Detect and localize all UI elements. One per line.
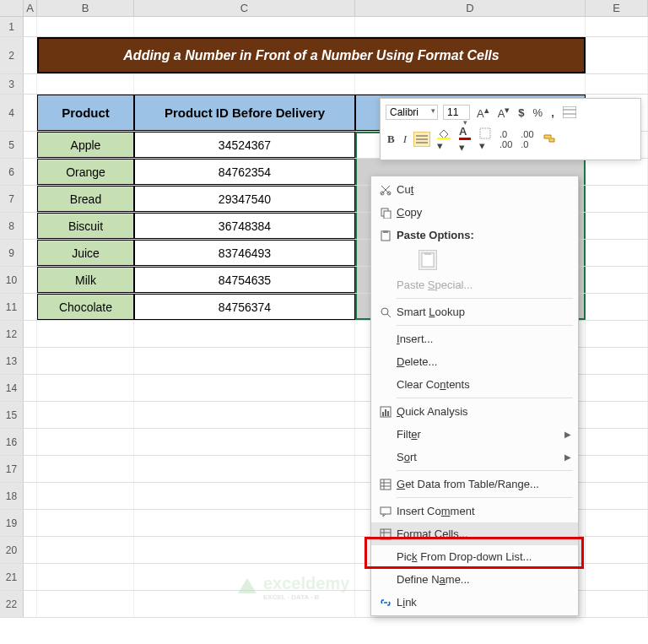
link-icon bbox=[375, 597, 397, 609]
svg-rect-15 bbox=[383, 230, 388, 233]
menu-insert-comment[interactable]: Insert Comment bbox=[371, 500, 578, 522]
decrease-font-icon[interactable]: A▾ bbox=[496, 104, 512, 121]
mini-toolbar: Calibri 11 A▴ A▾ $ % , B I ▾ A▾ ▾ .0.00 … bbox=[380, 98, 641, 160]
cell-product[interactable]: Milk bbox=[37, 267, 134, 293]
svg-point-18 bbox=[381, 308, 388, 315]
paste-option-button[interactable] bbox=[418, 250, 437, 270]
row-header[interactable]: 3 bbox=[0, 74, 24, 94]
menu-smart-lookup[interactable]: Smart Lookup bbox=[371, 300, 578, 323]
search-icon bbox=[375, 306, 397, 318]
row-header[interactable]: 14 bbox=[0, 375, 24, 401]
fill-color-icon[interactable]: ▾ bbox=[435, 127, 452, 153]
table-format-icon[interactable] bbox=[561, 106, 578, 119]
size-select[interactable]: 11 bbox=[443, 105, 470, 120]
chevron-right-icon: ▶ bbox=[564, 430, 571, 439]
row-header[interactable]: 15 bbox=[0, 402, 24, 428]
svg-rect-21 bbox=[382, 412, 384, 416]
row-header[interactable]: 19 bbox=[0, 510, 24, 536]
col-header-d[interactable]: D bbox=[355, 0, 586, 16]
decrease-decimal-icon[interactable]: .00.0 bbox=[519, 128, 535, 150]
cell-product[interactable]: Juice bbox=[37, 240, 134, 266]
menu-pick-list[interactable]: Pick From Drop-down List... bbox=[371, 545, 578, 568]
menu-cut[interactable]: Cut bbox=[371, 178, 578, 201]
cell-pid[interactable]: 84754635 bbox=[134, 267, 355, 293]
borders-icon[interactable]: ▾ bbox=[478, 127, 493, 153]
increase-font-icon[interactable]: A▴ bbox=[475, 104, 491, 121]
row-header[interactable]: 21 bbox=[0, 564, 24, 590]
paste-icon bbox=[375, 230, 397, 241]
select-all-corner[interactable] bbox=[0, 0, 24, 16]
row-header[interactable]: 2 bbox=[0, 37, 24, 73]
quick-analysis-icon bbox=[375, 406, 397, 418]
row-header[interactable]: 8 bbox=[0, 213, 24, 239]
cell-pid[interactable]: 36748384 bbox=[134, 213, 355, 239]
col-header-e[interactable]: E bbox=[586, 0, 648, 16]
row-header[interactable]: 17 bbox=[0, 456, 24, 482]
cell-product[interactable]: Chocolate bbox=[37, 294, 134, 320]
row-header[interactable]: 20 bbox=[0, 537, 24, 563]
row-header[interactable]: 16 bbox=[0, 429, 24, 455]
menu-delete[interactable]: Delete... bbox=[371, 350, 578, 373]
menu-insert[interactable]: Insert... bbox=[371, 327, 578, 350]
svg-rect-16 bbox=[422, 253, 434, 267]
col-header-c[interactable]: C bbox=[134, 0, 355, 16]
header-pid[interactable]: Product ID Before Delivery bbox=[134, 95, 355, 131]
row-header[interactable]: 22 bbox=[0, 591, 24, 617]
col-header-b[interactable]: B bbox=[37, 0, 134, 16]
menu-filter[interactable]: Filter▶ bbox=[371, 423, 578, 446]
row-header[interactable]: 10 bbox=[0, 267, 24, 293]
menu-copy[interactable]: Copy bbox=[371, 201, 578, 224]
svg-rect-22 bbox=[385, 409, 386, 416]
currency-icon[interactable]: $ bbox=[516, 106, 526, 120]
cell-product[interactable]: Biscuit bbox=[37, 213, 134, 239]
row-header[interactable]: 1 bbox=[0, 17, 24, 36]
row-header[interactable]: 5 bbox=[0, 132, 24, 158]
svg-point-11 bbox=[387, 192, 391, 195]
bold-button[interactable]: B bbox=[386, 132, 397, 147]
cell-pid[interactable]: 84756374 bbox=[134, 294, 355, 320]
format-painter-icon[interactable] bbox=[541, 133, 558, 146]
svg-rect-28 bbox=[381, 507, 391, 514]
italic-button[interactable]: I bbox=[402, 132, 408, 147]
row-header[interactable]: 13 bbox=[0, 348, 24, 374]
row-header[interactable]: 4 bbox=[0, 95, 24, 131]
percent-icon[interactable]: % bbox=[532, 106, 545, 120]
menu-link[interactable]: Link bbox=[371, 591, 578, 614]
menu-define-name[interactable]: Define Name... bbox=[371, 568, 578, 591]
cell-pid[interactable]: 83746493 bbox=[134, 240, 355, 266]
cell-pid[interactable]: 29347540 bbox=[134, 186, 355, 212]
cell-pid[interactable]: 34524367 bbox=[134, 132, 355, 158]
cell-product[interactable]: Bread bbox=[37, 186, 134, 212]
increase-decimal-icon[interactable]: .0.00 bbox=[498, 128, 514, 150]
svg-rect-8 bbox=[459, 138, 471, 140]
svg-rect-9 bbox=[480, 128, 490, 138]
cut-icon bbox=[375, 184, 397, 196]
comma-icon[interactable]: , bbox=[549, 106, 556, 120]
svg-rect-17 bbox=[424, 252, 431, 255]
row-header[interactable]: 12 bbox=[0, 321, 24, 347]
menu-format-cells[interactable]: Format Cells... bbox=[371, 522, 578, 545]
menu-paste-special: Paste Special... bbox=[371, 273, 578, 296]
menu-get-data[interactable]: Get Data from Table/Range... bbox=[371, 473, 578, 495]
font-select[interactable]: Calibri bbox=[386, 105, 438, 120]
svg-rect-14 bbox=[381, 231, 390, 241]
font-color-icon[interactable]: A▾ bbox=[457, 124, 472, 154]
row-header[interactable]: 11 bbox=[0, 294, 24, 320]
menu-sort[interactable]: Sort▶ bbox=[371, 446, 578, 468]
row-header[interactable]: 9 bbox=[0, 240, 24, 266]
align-icon[interactable] bbox=[413, 132, 430, 147]
menu-clear[interactable]: Clear Contents bbox=[371, 373, 578, 396]
chevron-right-icon: ▶ bbox=[564, 452, 571, 462]
menu-quick-analysis[interactable]: Quick Analysis bbox=[371, 400, 578, 423]
cell-product[interactable]: Orange bbox=[37, 159, 134, 185]
comment-icon bbox=[375, 506, 397, 517]
row-header[interactable]: 7 bbox=[0, 186, 24, 212]
title-cell[interactable]: Adding a Number in Front of a Number Usi… bbox=[37, 37, 586, 73]
context-menu: Cut Copy Paste Options: Paste Special...… bbox=[370, 176, 579, 616]
row-header[interactable]: 18 bbox=[0, 483, 24, 509]
cell-pid[interactable]: 84762354 bbox=[134, 159, 355, 185]
row-header[interactable]: 6 bbox=[0, 159, 24, 185]
col-header-a[interactable]: A bbox=[24, 0, 37, 16]
header-product[interactable]: Product bbox=[37, 95, 134, 131]
cell-product[interactable]: Apple bbox=[37, 132, 134, 158]
